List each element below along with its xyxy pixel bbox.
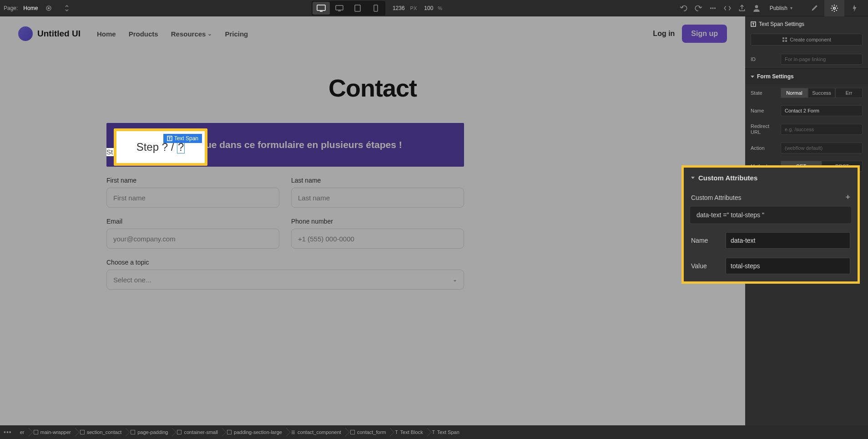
svg-rect-13 [782,37,784,39]
id-label: ID [751,56,781,62]
chevron-down-icon: ▾ [790,5,792,10]
form-name-label: Name [751,108,781,113]
publish-button[interactable]: Publish ▾ [767,5,795,11]
top-toolbar: Page: Home 1236 PX 100 % Publish ▾ [0,0,868,16]
step-highlight-box: Text Span Step ? / ? [114,128,207,166]
custom-attr-section-header[interactable]: Custom Attributes [684,168,858,188]
box-icon [227,430,232,434]
first-name-input[interactable]: First name [106,188,279,208]
text-icon: T [395,430,398,435]
redirect-input[interactable]: e.g. /success [781,124,863,135]
device-mobile-button[interactable] [367,2,384,15]
device-desktop2-button[interactable] [331,2,348,15]
custom-attr-list-header: Custom Attributes + [684,188,858,207]
nav-link-pricing[interactable]: Pricing [225,30,248,38]
id-row: ID For in-page linking [745,50,868,68]
zoom-value[interactable]: 100 [424,5,433,11]
form-settings-header[interactable]: Form Settings [745,68,868,84]
more-crumbs-icon[interactable]: ••• [4,429,12,436]
toolbar-expand-icon[interactable] [60,5,74,11]
login-link[interactable]: Log in [653,30,675,38]
device-tablet-button[interactable] [349,2,366,15]
chevron-down-icon: ⌄ [453,276,457,283]
crumb-main-wrapper[interactable]: main-wrapper [29,425,76,439]
undo-icon[interactable] [680,4,688,12]
state-error-pill[interactable]: Err [835,88,863,98]
custom-attributes-panel: Custom Attributes Custom Attributes + da… [681,165,860,284]
target-icon[interactable] [45,5,52,12]
redirect-row: Redirect URL e.g. /success [745,120,868,139]
id-input[interactable]: For in-page linking [781,54,863,65]
state-label: State [751,90,781,96]
box-icon [34,430,38,434]
device-viewport-group [312,1,385,15]
publish-label: Publish [770,5,787,11]
box-icon [177,430,182,434]
add-attribute-button[interactable]: + [845,193,850,202]
last-name-input[interactable]: Last name [291,188,464,208]
attr-value-input[interactable]: total-steps [726,258,850,274]
crumb-contact-form[interactable]: contact_form [346,425,391,439]
crumb-page-padding[interactable]: page-padding [126,425,172,439]
attr-name-input[interactable]: data-text [726,232,850,249]
action-label: Action [751,145,781,151]
first-name-label: First name [106,177,279,184]
page-name[interactable]: Home [23,5,38,11]
crumb-text-span[interactable]: TText Span [428,425,464,439]
topic-label: Choose a topic [106,259,464,266]
topic-select[interactable]: Select one... ⌄ [106,270,464,290]
phone-field: Phone number +1 (555) 000-0000 [291,218,464,249]
page-label: Page: [4,5,18,11]
email-field: Email your@company.com [106,218,279,249]
attr-name-label: Name [691,237,719,244]
redo-icon[interactable] [694,4,702,12]
state-pills: Normal Success Err [781,88,863,98]
form-icon: ☰ [291,430,295,435]
attr-value-label: Value [691,262,719,270]
state-success-pill[interactable]: Success [808,88,835,98]
interactions-tab[interactable] [844,0,864,16]
logo-badge[interactable] [18,26,33,41]
action-input[interactable]: (webflow default) [781,143,863,153]
crumb-text-block[interactable]: TText Block [390,425,427,439]
crumb-padding-section[interactable]: padding-section-large [222,425,287,439]
svg-rect-3 [336,5,343,10]
canvas: Untitled UI Home Products Resources ⌄ Pr… [0,16,745,425]
form-name-row: Name Contact 2 Form [745,102,868,120]
phone-label: Phone number [291,218,464,225]
comment-icon[interactable] [709,4,717,12]
breadcrumb-bar: ••• er main-wrapper section_contact page… [0,425,868,439]
site-nav: Untitled UI Home Products Resources ⌄ Pr… [0,16,745,51]
crumb-fragment[interactable]: er [15,425,29,439]
textspan-tag[interactable]: Text Span [163,134,202,143]
crumb-section-contact[interactable]: section_contact [76,425,126,439]
custom-attr-subheader: Custom Attributes [691,194,742,201]
phone-input[interactable]: +1 (555) 000-0000 [291,229,464,249]
svg-rect-15 [782,40,784,42]
form-name-input[interactable]: Contact 2 Form [781,105,863,116]
element-settings-header: Text Span Settings [745,16,868,32]
viewport-width[interactable]: 1236 [393,5,405,11]
textspan-tag-label: Text Span [174,135,198,142]
device-desktop-button[interactable] [313,2,330,15]
export-icon[interactable] [738,4,746,12]
state-normal-pill[interactable]: Normal [781,88,808,98]
zoom-unit: % [438,5,442,11]
nav-link-home[interactable]: Home [97,30,116,38]
create-component-button[interactable]: Create component [751,34,863,46]
nav-link-products[interactable]: Products [129,30,158,38]
crumb-container-small[interactable]: container-small [172,425,222,439]
nav-link-resources[interactable]: Resources ⌄ [171,30,212,38]
code-icon[interactable] [723,4,732,12]
caret-down-icon [751,76,754,78]
chevron-down-icon: ⌄ [207,31,212,37]
settings-tab[interactable] [824,0,844,16]
signup-button[interactable]: Sign up [682,25,727,43]
nav-links: Home Products Resources ⌄ Pricing [97,30,248,38]
crumb-contact-component[interactable]: ☰contact_component [287,425,346,439]
brush-tab[interactable] [804,0,824,16]
last-name-field: Last name Last name [291,177,464,208]
email-input[interactable]: your@company.com [106,229,279,249]
custom-attr-existing[interactable]: data-text =" total-steps " [690,207,851,223]
person-icon[interactable] [752,4,761,12]
